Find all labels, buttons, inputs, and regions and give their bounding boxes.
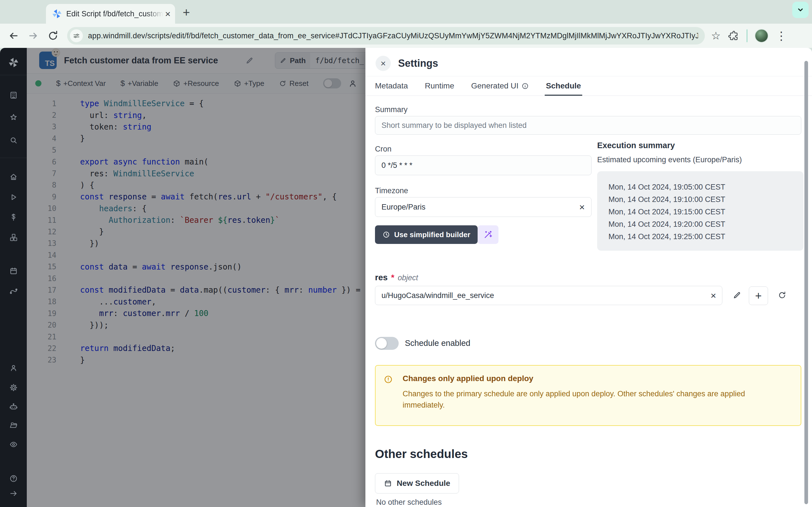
drawer-title: Settings — [398, 57, 438, 69]
cron-input[interactable] — [375, 156, 592, 175]
warning-title: Changes only applied upon deploy — [403, 374, 534, 383]
refresh-icon — [777, 291, 786, 300]
tab-label: Schedule — [546, 81, 581, 91]
settings-drawer: × Settings Metadata Runtime Generated UI… — [365, 48, 812, 507]
runs-icon[interactable] — [9, 193, 18, 202]
new-schedule-label: New Schedule — [397, 479, 450, 488]
simplified-builder-label: Use simplified builder — [394, 230, 470, 239]
new-schedule-button[interactable]: New Schedule — [375, 473, 459, 494]
clear-resource-icon[interactable]: × — [711, 291, 716, 300]
clear-timezone-icon[interactable]: × — [579, 202, 585, 212]
site-info-icon[interactable] — [70, 29, 83, 42]
settings-tabs: Metadata Runtime Generated UI Schedule — [365, 76, 812, 96]
timezone-field: × — [375, 197, 592, 217]
home-icon[interactable] — [9, 172, 18, 181]
upcoming-events-panel: Mon, 14 Oct 2024, 19:05:00 CESTMon, 14 O… — [597, 171, 804, 251]
tab-label: Generated UI — [471, 81, 518, 91]
upcoming-event: Mon, 14 Oct 2024, 19:15:00 CEST — [608, 206, 804, 218]
calendar-icon — [384, 479, 392, 488]
tab-label: Metadata — [375, 81, 408, 91]
variables-icon[interactable] — [9, 213, 18, 222]
flows-icon[interactable] — [9, 287, 18, 296]
resources-icon[interactable] — [9, 233, 18, 242]
browser-menu-icon[interactable]: ⋮ — [776, 30, 787, 41]
arg-type: object — [398, 274, 418, 282]
ai-cron-button[interactable] — [477, 225, 499, 244]
add-resource-button[interactable]: + — [749, 286, 768, 305]
execution-summary-subtitle: Estimated upcoming events (Europe/Paris) — [597, 156, 742, 164]
sidebar-divider — [0, 75, 27, 75]
info-icon — [521, 82, 529, 90]
tab-close-icon[interactable]: × — [165, 9, 170, 18]
search-icon[interactable] — [9, 136, 18, 145]
refresh-resource-button[interactable] — [775, 288, 790, 302]
forward-icon[interactable] — [27, 30, 40, 42]
profile-avatar[interactable] — [755, 29, 768, 43]
settings-gear-icon[interactable] — [9, 383, 18, 392]
summary-label: Summary — [375, 105, 408, 114]
help-icon[interactable] — [9, 474, 18, 483]
tab-title: Edit Script f/bd/fetch_custom — [66, 10, 163, 18]
audit-eye-icon[interactable] — [9, 440, 18, 449]
tab-label: Runtime — [425, 81, 454, 91]
windmill-logo-icon[interactable] — [8, 57, 19, 68]
bookmark-star-icon[interactable]: ☆ — [711, 31, 721, 41]
deploy-warning-box: Changes only applied upon deploy Changes… — [375, 365, 801, 426]
warning-icon — [384, 375, 393, 384]
extensions-icon[interactable] — [728, 30, 739, 41]
timezone-label: Timezone — [375, 186, 408, 195]
clock-icon — [382, 231, 390, 238]
url-text: app.windmill.dev/scripts/edit/f/bd/fetch… — [88, 32, 698, 40]
workspace-icon[interactable] — [9, 91, 18, 100]
tab-schedule[interactable]: Schedule — [546, 76, 581, 96]
upcoming-event: Mon, 14 Oct 2024, 19:20:00 CEST — [608, 218, 804, 230]
edit-resource-button[interactable] — [730, 288, 744, 302]
other-schedules-title: Other schedules — [375, 447, 468, 461]
folders-icon[interactable] — [9, 421, 18, 430]
workers-robot-icon[interactable] — [9, 402, 18, 411]
execution-summary-title: Execution summary — [597, 141, 675, 150]
sidebar-divider — [0, 158, 27, 158]
browser-tab[interactable]: Edit Script f/bd/fetch_custom × — [46, 4, 175, 24]
pencil-icon — [732, 291, 742, 300]
browser-toolbar: app.windmill.dev/scripts/edit/f/bd/fetch… — [0, 24, 812, 48]
tab-runtime[interactable]: Runtime — [425, 76, 454, 96]
app-sidebar — [0, 48, 27, 507]
chevron-down-button[interactable] — [792, 2, 809, 18]
modal-dim-overlay — [27, 48, 365, 507]
drawer-scrollbar[interactable] — [804, 61, 808, 504]
windmill-favicon-icon — [52, 8, 62, 19]
windmill-app: TS Fetch customer data from EE service P… — [0, 48, 812, 507]
tab-metadata[interactable]: Metadata — [375, 76, 408, 96]
upcoming-event: Mon, 14 Oct 2024, 19:05:00 CEST — [608, 181, 804, 193]
timezone-input[interactable] — [375, 197, 592, 217]
chevron-down-icon — [796, 6, 805, 14]
browser-tab-strip: Edit Script f/bd/fetch_custom × + — [0, 0, 812, 24]
schedule-enabled-toggle[interactable] — [375, 337, 399, 350]
address-bar[interactable]: app.windmill.dev/scripts/edit/f/bd/fetch… — [67, 27, 705, 45]
schedule-enabled-label: Schedule enabled — [405, 339, 470, 348]
magic-wand-icon — [483, 230, 493, 239]
close-button[interactable]: × — [375, 56, 391, 71]
resource-arg-header: res* object — [375, 273, 418, 282]
collapse-arrow-icon[interactable] — [9, 489, 18, 498]
toolbar-divider — [747, 29, 748, 42]
resource-input[interactable] — [375, 286, 722, 305]
summary-input[interactable] — [375, 116, 801, 135]
required-marker: * — [391, 273, 395, 282]
no-other-schedules-text: No other schedules — [376, 498, 442, 507]
upcoming-event: Mon, 14 Oct 2024, 19:25:00 CEST — [608, 230, 804, 243]
screen: Edit Script f/bd/fetch_custom × + app.wi… — [0, 0, 812, 507]
schedules-icon[interactable] — [9, 267, 18, 276]
warning-body: Changes to the primary schedule are only… — [403, 388, 780, 411]
favorites-star-icon[interactable] — [9, 113, 18, 122]
cron-label: Cron — [375, 145, 392, 154]
back-icon[interactable] — [7, 30, 20, 42]
resource-field: × — [375, 286, 722, 305]
reload-icon[interactable] — [47, 30, 59, 42]
new-tab-button[interactable]: + — [183, 6, 190, 18]
simplified-builder-button[interactable]: Use simplified builder — [375, 225, 477, 244]
tab-generated-ui[interactable]: Generated UI — [471, 76, 529, 96]
user-icon[interactable] — [9, 363, 18, 372]
upcoming-event: Mon, 14 Oct 2024, 19:10:00 CEST — [608, 193, 804, 206]
